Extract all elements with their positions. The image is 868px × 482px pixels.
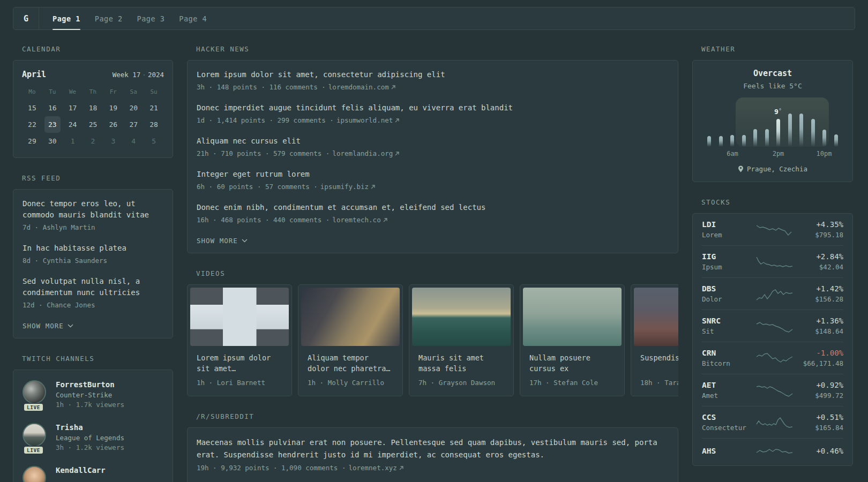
video-title[interactable]: Suspendisse diam: [640, 352, 678, 374]
rss-item-title[interactable]: Sed volutpat nulla nisl, a condimentum n…: [23, 276, 163, 298]
calendar-day[interactable]: 25: [85, 116, 101, 133]
video-thumbnail[interactable]: [190, 288, 289, 346]
stock-symbol[interactable]: LDI: [702, 220, 753, 229]
tab-page-1[interactable]: Page 1: [53, 7, 80, 29]
calendar-day[interactable]: 26: [105, 116, 121, 133]
video-thumbnail[interactable]: [301, 288, 400, 346]
twitch-channel-name[interactable]: KendallCarr: [56, 466, 106, 475]
stock-symbol[interactable]: AET: [702, 381, 753, 389]
stock-symbol[interactable]: SNRC: [702, 317, 753, 325]
calendar-day[interactable]: 30: [44, 133, 61, 149]
calendar-day[interactable]: 3: [105, 133, 121, 149]
hn-item-title[interactable]: Integer eget rutrum lorem: [197, 169, 669, 180]
twitch-channel-row: KendallCarr: [23, 466, 163, 482]
video-card: Lorem ipsum dolor sit amet consectetu… 1…: [187, 284, 292, 396]
hn-item-domain-link[interactable]: ipsumify.biz: [320, 183, 376, 191]
calendar-day[interactable]: 5: [146, 133, 162, 149]
hn-item-title[interactable]: Donec enim nibh, condimentum et accumsan…: [197, 202, 669, 213]
video-title[interactable]: Mauris sit amet massa felis: [418, 352, 504, 374]
hackernews-show-more-button[interactable]: SHOW MORE: [197, 237, 248, 245]
reddit-post-domain-link[interactable]: loremnet.xyz: [348, 464, 403, 472]
video-title[interactable]: Aliquam tempor dolor nec pharetra…: [308, 352, 393, 374]
hn-item-title[interactable]: Donec imperdiet augue tincidunt felis al…: [197, 102, 669, 114]
weather-bar: [811, 119, 815, 147]
stock-change: +1.36%: [796, 317, 843, 325]
calendar-day[interactable]: 21: [146, 100, 162, 116]
video-thumbnail[interactable]: [523, 288, 622, 346]
calendar-year: 2024: [148, 71, 164, 79]
right-column: WEATHER Overcast Feels like 5°C 9° 6am 2…: [692, 45, 853, 482]
avatar: [23, 466, 47, 482]
calendar-day[interactable]: 4: [125, 133, 141, 149]
weather-condition: Overcast: [701, 69, 844, 78]
calendar-day[interactable]: 22: [24, 116, 40, 133]
video-thumbnail[interactable]: [412, 288, 511, 346]
stock-symbol[interactable]: DBS: [702, 284, 753, 293]
calendar-day[interactable]: 16: [44, 100, 61, 116]
rss-widget: RSS FEED Donec tempor eros leo, ut commo…: [13, 174, 173, 338]
calendar-day[interactable]: 28: [146, 116, 162, 133]
rss-show-more-button[interactable]: SHOW MORE: [23, 322, 73, 330]
twitch-channel-name[interactable]: ForrestBurton: [56, 380, 124, 389]
twitch-channel-game: Counter-Strike: [56, 391, 124, 399]
calendar-month: April: [22, 70, 46, 79]
rss-item-title[interactable]: In hac habitasse platea: [23, 243, 163, 254]
stock-symbol[interactable]: IIG: [702, 252, 753, 261]
weekday-label: Th: [83, 88, 103, 95]
video-title[interactable]: Lorem ipsum dolor sit amet consectetu…: [197, 352, 282, 374]
calendar-day[interactable]: 20: [125, 100, 141, 116]
stock-symbol[interactable]: CRN: [702, 349, 753, 357]
hn-item-domain-link[interactable]: ipsumworld.net: [336, 116, 400, 124]
twitch-channel-name[interactable]: Trisha: [56, 423, 124, 432]
tab-page-3[interactable]: Page 3: [137, 7, 165, 29]
stock-price: $165.84: [796, 424, 843, 432]
hn-item-domain-link[interactable]: loremlandia.org: [332, 149, 400, 157]
video-title[interactable]: Nullam posuere cursus ex: [529, 352, 615, 374]
hour-label: 6am: [727, 150, 738, 157]
calendar-day[interactable]: 17: [65, 100, 81, 116]
calendar-header: CALENDAR: [22, 45, 173, 53]
weather-bar: [788, 114, 792, 147]
hn-item-domain-link[interactable]: loremtech.co: [332, 216, 387, 224]
stock-price: $42.04: [796, 263, 843, 271]
calendar-day-selected[interactable]: 23: [44, 116, 61, 133]
weekday-label: Tu: [42, 88, 63, 95]
stock-row: DBSDolor +1.42%$156.28: [702, 277, 843, 310]
tab-page-2[interactable]: Page 2: [95, 7, 123, 29]
hn-item-title[interactable]: Lorem ipsum dolor sit amet, consectetur …: [197, 69, 669, 80]
reddit-post-title[interactable]: Maecenas mollis pulvinar erat non posuer…: [197, 436, 669, 461]
calendar-day[interactable]: 27: [125, 116, 141, 133]
stock-symbol[interactable]: CCS: [702, 413, 753, 421]
hn-item-title[interactable]: Aliquam nec cursus elit: [197, 135, 669, 147]
tab-page-4[interactable]: Page 4: [179, 7, 207, 29]
avatar: LIVE: [23, 380, 47, 409]
stock-row: SNRCSit +1.36%$148.64: [702, 310, 843, 342]
calendar-day[interactable]: 2: [85, 133, 101, 149]
weather-hour-labels: 6am 2pm 10pm: [707, 150, 838, 159]
calendar-day[interactable]: 1: [65, 133, 81, 149]
weather-bar: [707, 136, 711, 147]
stock-sparkline: [753, 445, 796, 459]
stock-sparkline: [753, 287, 796, 301]
calendar-day[interactable]: 18: [85, 100, 101, 116]
external-link-icon: [394, 151, 400, 156]
stock-symbol[interactable]: AHS: [702, 447, 753, 455]
hn-item-meta: 16h · 468 points · 440 comments · loremt…: [197, 216, 669, 224]
stock-name: Bitcorn: [702, 359, 753, 367]
rss-item: Sed volutpat nulla nisl, a condimentum n…: [23, 276, 163, 309]
twitch-channel-meta: 3h · 1.2k viewers: [56, 443, 124, 451]
calendar-day[interactable]: 24: [65, 116, 81, 133]
stock-sparkline: [753, 223, 796, 237]
weather-bar: [834, 134, 838, 147]
calendar-day[interactable]: 15: [24, 100, 40, 116]
subreddit-widget: /R/SUBREDDIT Maecenas mollis pulvinar er…: [187, 412, 678, 482]
logo[interactable]: G: [13, 7, 39, 29]
rss-item-title[interactable]: Donec tempor eros leo, ut commodo mauris…: [23, 198, 163, 221]
hn-item-domain-link[interactable]: loremdomain.com: [328, 83, 396, 91]
calendar-day[interactable]: 19: [105, 100, 121, 116]
video-thumbnail[interactable]: [634, 288, 678, 346]
hn-item-domain: loremtech.co: [332, 216, 380, 224]
hn-item: Donec imperdiet augue tincidunt felis al…: [197, 102, 669, 124]
rss-item-meta: 7d · Ashlyn Martin: [23, 223, 163, 231]
calendar-day[interactable]: 29: [24, 133, 40, 149]
